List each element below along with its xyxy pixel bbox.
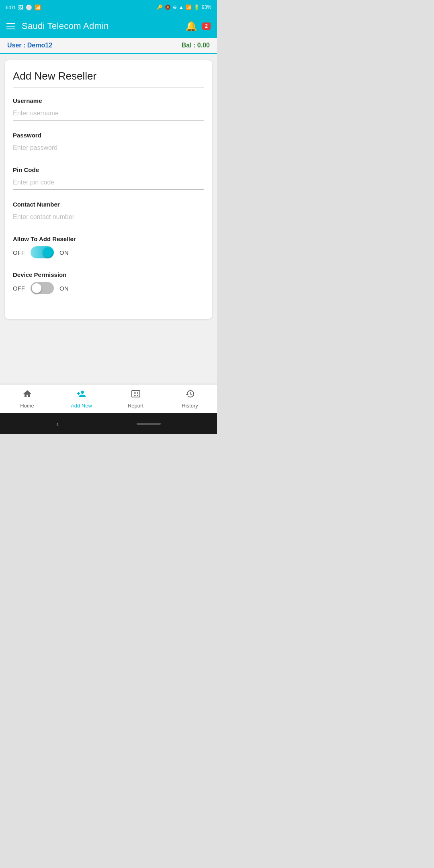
app-bar-left: Saudi Telecom Admin	[6, 21, 109, 31]
status-image-icon: 🖼	[18, 4, 23, 10]
notification-bell-icon[interactable]: 🔔	[185, 20, 197, 32]
device-permission-section: Device Permission OFF ON	[13, 271, 204, 294]
nav-item-report[interactable]: Report	[108, 386, 163, 412]
status-left: 6:01 🖼 ⚪ 📶	[6, 4, 41, 10]
device-permission-on-label: ON	[59, 285, 69, 292]
user-info-bar: User : Demo12 Bal : 0.00	[0, 38, 217, 54]
menu-button[interactable]	[6, 23, 15, 29]
password-label: Password	[13, 132, 204, 139]
allow-reseller-label: Allow To Add Reseller	[13, 235, 204, 242]
add-new-icon	[76, 389, 87, 401]
app-bar: Saudi Telecom Admin 🔔 2	[0, 14, 217, 38]
contact-number-group: Contact Number	[13, 201, 204, 224]
nav-report-label: Report	[128, 403, 143, 409]
allow-reseller-toggle-row: OFF ON	[13, 246, 204, 258]
pin-code-label: Pin Code	[13, 166, 204, 173]
allow-reseller-toggle[interactable]	[31, 246, 54, 258]
pin-code-input[interactable]	[13, 176, 204, 190]
allow-reseller-on-label: ON	[59, 249, 69, 256]
allow-reseller-off-label: OFF	[13, 249, 25, 256]
nav-item-add-new[interactable]: Add New	[54, 386, 108, 412]
home-indicator[interactable]	[137, 423, 161, 425]
status-time: 6:01	[6, 4, 16, 10]
allow-reseller-thumb	[43, 248, 53, 257]
notification-badge[interactable]: 2	[202, 23, 211, 30]
battery-icon: 🔋	[194, 4, 200, 10]
nav-history-label: History	[182, 403, 198, 409]
password-group: Password	[13, 132, 204, 155]
contact-number-input[interactable]	[13, 211, 204, 224]
device-permission-toggle[interactable]	[31, 282, 54, 294]
app-title: Saudi Telecom Admin	[22, 21, 109, 31]
nav-add-new-label: Add New	[71, 403, 92, 409]
nav-home-label: Home	[20, 403, 34, 409]
add-reseller-card: Add New Reseller Username Password Pin C…	[5, 60, 212, 319]
report-icon	[131, 389, 141, 401]
nav-item-home[interactable]: Home	[0, 386, 54, 412]
status-audio-icon: 📶	[35, 4, 41, 10]
device-permission-toggle-row: OFF ON	[13, 282, 204, 294]
card-title: Add New Reseller	[13, 70, 204, 88]
battery-level: 93%	[202, 4, 211, 10]
username-group: Username	[13, 97, 204, 121]
status-bar: 6:01 🖼 ⚪ 📶 🔑 🔕 ⊖ ▲ 📶 🔋 93%	[0, 0, 217, 14]
back-button[interactable]: ‹	[56, 419, 59, 428]
nav-item-history[interactable]: History	[163, 386, 217, 412]
user-label: User : Demo12	[7, 42, 52, 49]
pin-code-group: Pin Code	[13, 166, 204, 190]
device-permission-off-label: OFF	[13, 285, 25, 292]
balance-label: Bal : 0.00	[182, 42, 210, 49]
contact-number-label: Contact Number	[13, 201, 204, 208]
device-permission-label: Device Permission	[13, 271, 204, 278]
username-input[interactable]	[13, 107, 204, 121]
allow-reseller-section: Allow To Add Reseller OFF ON	[13, 235, 204, 258]
device-permission-thumb	[32, 283, 41, 293]
dnd-icon: ⊖	[173, 4, 177, 10]
username-label: Username	[13, 97, 204, 104]
main-content: Add New Reseller Username Password Pin C…	[0, 54, 217, 384]
bottom-nav: Home Add New Report History	[0, 384, 217, 413]
password-input[interactable]	[13, 142, 204, 155]
status-right: 🔑 🔕 ⊖ ▲ 📶 🔋 93%	[157, 4, 211, 10]
system-nav: ‹	[0, 413, 217, 434]
home-icon	[23, 389, 32, 401]
status-circle-icon: ⚪	[26, 4, 32, 10]
key-icon: 🔑	[157, 4, 163, 10]
signal-icon: 📶	[186, 4, 192, 10]
wifi-icon: ▲	[179, 4, 184, 10]
history-icon	[185, 389, 195, 401]
app-bar-right: 🔔 2	[185, 20, 211, 32]
mute-icon: 🔕	[165, 4, 171, 10]
